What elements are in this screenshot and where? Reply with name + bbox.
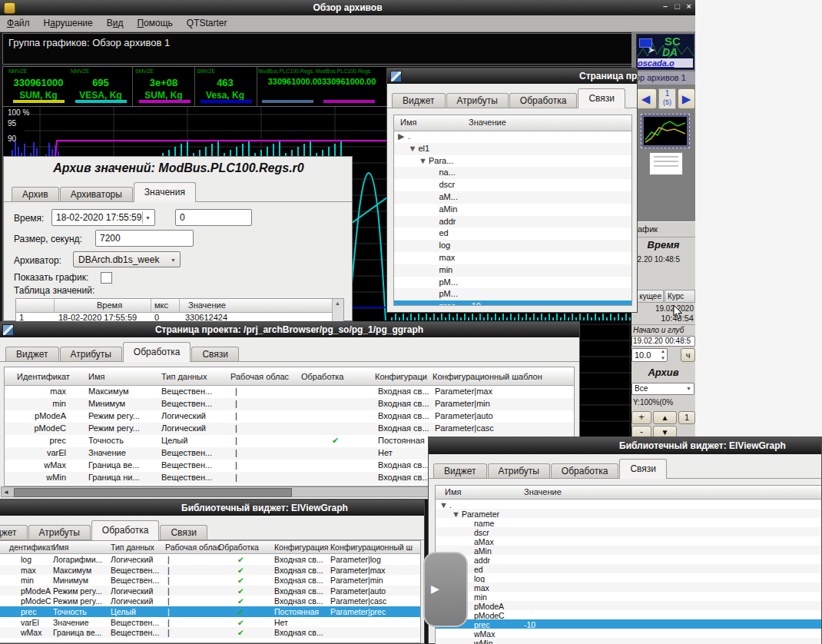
shift-up-button[interactable]: ▲ xyxy=(653,411,677,424)
zoom-in-button[interactable]: + xyxy=(631,411,651,424)
column-1[interactable]: Имя xyxy=(53,543,68,552)
table-row-min[interactable]: minМинимумВеществен...|Входная св...Para… xyxy=(5,398,574,410)
tree-row-aM...[interactable]: aM... xyxy=(394,191,631,204)
column-0[interactable]: дентификат xyxy=(9,543,54,552)
scroll-up-icon[interactable]: ▲ xyxy=(335,300,340,306)
menu-item[interactable]: Помощь xyxy=(130,15,179,31)
size-input[interactable]: 7200 xyxy=(95,230,194,247)
titlebar[interactable]: Библиотечный виджет: ElViewGraph xyxy=(0,500,424,516)
tree-row-min[interactable]: min xyxy=(436,592,821,601)
table-row-min[interactable]: minМинимумВеществен...|✔Входная св...Par… xyxy=(0,575,420,586)
tab-Обработка[interactable]: Обработка xyxy=(509,93,578,108)
tab-Связи[interactable]: Связи xyxy=(619,459,667,479)
tree-row-ed[interactable]: ed xyxy=(436,564,821,573)
tab-Связи[interactable]: Связи xyxy=(160,525,207,540)
depth-unit-button[interactable]: ч xyxy=(681,348,695,362)
tab-Архиваторы[interactable]: Архиваторы xyxy=(60,187,133,202)
table-row-prec[interactable]: precТочностьЦелый|✔ПостояннаяParameter|p… xyxy=(0,606,420,617)
tree-row-log[interactable]: log xyxy=(436,573,821,583)
tree-row-addr[interactable]: addr xyxy=(436,555,821,564)
column-value[interactable]: Значение xyxy=(188,300,226,310)
archive-select[interactable]: Все ▼ xyxy=(631,383,694,395)
collapse-icon[interactable]: ▼ xyxy=(409,144,417,153)
next-page-button[interactable]: ▶ xyxy=(678,88,695,109)
tab-Виджет[interactable]: Виджет xyxy=(392,93,446,108)
cursor-column-header[interactable]: Курс xyxy=(665,290,695,303)
column-3[interactable]: Рабочая облас xyxy=(230,372,289,381)
column-6[interactable]: Конфигурационный ш xyxy=(330,543,413,552)
tree-row-aMin[interactable]: aMin xyxy=(394,204,631,216)
time-combo[interactable]: 18-02-2020 17:55:59 ▼ xyxy=(51,209,155,226)
tree-row-aMin[interactable]: aMin xyxy=(436,546,821,555)
menu-item[interactable]: Вид xyxy=(100,15,131,31)
collapse-icon[interactable]: ▼ xyxy=(439,500,448,509)
tab-Архив[interactable]: Архив xyxy=(12,187,59,202)
column-usec[interactable]: мкс xyxy=(154,300,168,310)
expand-icon[interactable]: ▶ xyxy=(398,131,404,141)
column-time[interactable]: Время xyxy=(97,300,122,310)
table-row-max[interactable]: maxМаксимумВеществен...|✔Входная св...Pa… xyxy=(0,565,420,576)
document-thumbnail-button[interactable] xyxy=(649,152,683,175)
column-6[interactable]: Конфигурационный шаблон xyxy=(433,372,542,381)
column-1[interactable]: Имя xyxy=(88,372,104,381)
tree-row-name[interactable]: name xyxy=(436,518,821,527)
collapse-icon[interactable]: ▼ xyxy=(419,156,427,165)
tab-Обработка[interactable]: Обработка xyxy=(91,520,160,540)
maximize-icon[interactable]: □ xyxy=(675,2,680,11)
tab-Атрибуты[interactable]: Атрибуты xyxy=(60,347,122,362)
table-row-pModeC[interactable]: pModeCРежим регу...Логический|Входная св… xyxy=(5,423,574,435)
table-row-log[interactable]: logЛогарифми...Логический|✔Входная св...… xyxy=(0,554,420,565)
tree-row-.[interactable]: ▶. xyxy=(394,131,631,143)
menu-item[interactable]: QTStarter xyxy=(180,15,234,31)
menu-item[interactable]: Нарушение xyxy=(37,15,100,31)
usec-input[interactable]: 0 xyxy=(175,209,252,226)
depth-spinbox[interactable]: 10.0 ▲ ▼ xyxy=(631,348,668,362)
tree-row-pM...[interactable]: pM... xyxy=(394,288,631,300)
tree-row-wMin[interactable]: wMin xyxy=(436,638,821,644)
tree-row-dscr[interactable]: dscr xyxy=(394,179,631,191)
column-value[interactable]: Значение xyxy=(524,487,562,496)
column-2[interactable]: Тип данных xyxy=(111,543,154,552)
tab-Связи[interactable]: Связи xyxy=(578,88,625,108)
column-2[interactable]: Тип данных xyxy=(161,372,207,381)
tree-row-wMax[interactable]: wMax xyxy=(436,629,821,638)
tree-row-Para...[interactable]: ▼Para... xyxy=(394,155,631,168)
scroll-left-icon[interactable]: ◄ xyxy=(3,489,9,496)
tree-row-prec[interactable]: prec-10 xyxy=(394,300,631,306)
archiver-combo[interactable]: DBArch.db1s_week ▼ xyxy=(73,251,181,267)
close-icon[interactable]: × xyxy=(687,2,691,11)
scroll-knob[interactable]: ▶ xyxy=(423,552,468,627)
titlebar[interactable]: Библиотечный виджет: ElViewGraph xyxy=(429,437,821,454)
tab-Значения[interactable]: Значения xyxy=(134,182,196,202)
column-3[interactable]: Рабочая облас xyxy=(165,543,221,552)
table-row-pModeC[interactable]: pModeCРежим регу...Логический|✔Входная с… xyxy=(0,596,420,606)
tree-row-el1[interactable]: ▼el1 xyxy=(394,143,631,155)
collapse-icon[interactable]: ▼ xyxy=(452,510,460,518)
column-name[interactable]: Имя xyxy=(445,487,461,496)
tree-row-addr[interactable]: addr xyxy=(394,216,631,228)
spin-up-icon[interactable]: ▲ xyxy=(661,349,665,354)
table-row-max[interactable]: maxМаксимумВеществен...|Входная св...Par… xyxy=(5,386,574,398)
spin-down-icon[interactable]: ▼ xyxy=(661,356,665,360)
prev-page-button[interactable]: ◀ xyxy=(635,88,657,109)
table-row-pModeA[interactable]: pModeAРежим регу...Логический|Входная св… xyxy=(5,410,574,423)
tree-row-pModeC[interactable]: pModeC xyxy=(436,610,821,619)
column-5[interactable]: Конфигураци xyxy=(375,372,427,381)
range-start-field[interactable]: 19.02.20 00:48:5 xyxy=(631,336,695,347)
column-0[interactable]: Идентификат xyxy=(17,372,70,381)
graph-thumbnail-button[interactable] xyxy=(641,114,690,148)
menu-item[interactable]: Файл xyxy=(0,15,37,31)
tree-row-log[interactable]: log xyxy=(394,240,631,252)
titlebar[interactable]: Страница проекта: /prj_archBrowser/pg_so… xyxy=(0,322,579,337)
tree-row-dscr[interactable]: dscr xyxy=(436,527,821,536)
titlebar[interactable]: Страница пр xyxy=(387,68,637,84)
tab-Атрибуты[interactable]: Атрибуты xyxy=(28,525,91,540)
column-4[interactable]: Обработка xyxy=(301,372,343,381)
tree-row-max[interactable]: max xyxy=(436,583,821,592)
column-value[interactable]: Значение xyxy=(469,118,506,127)
tree-row-prec[interactable]: prec-10 xyxy=(436,619,821,629)
table-row-pModeA[interactable]: pModeAРежим регу...Логический|✔Входная с… xyxy=(0,586,420,596)
tree-row-pM...[interactable]: pM... xyxy=(394,277,631,289)
tab-Виджет[interactable]: Виджет xyxy=(0,525,28,540)
table-row-wMax[interactable]: wMaxГраница ве...Веществен...|✔Входная с… xyxy=(0,627,420,638)
